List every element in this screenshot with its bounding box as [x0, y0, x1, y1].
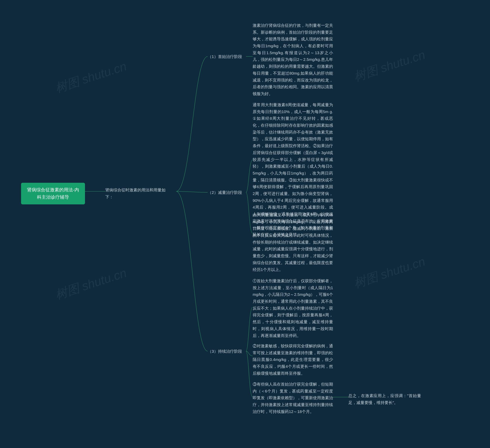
stage3-p1-node[interactable]: ①首始大剂量激素治疗后，仅获部分缓解者，按上述方法减量，至小剂量时（成人隔日为1…: [253, 277, 333, 339]
watermark: 树图 shutu.cn: [348, 242, 427, 291]
final-text: 总之，在激素应用上，应强调："首始量足，减量要慢，维持要长"。: [348, 394, 421, 405]
stage2-p2-text: 由大剂量撤减至小剂量后（成人约为每日0.5mg/kg ，小儿为每日1mg/kg）…: [253, 213, 333, 272]
stage2-node[interactable]: （2）减量治疗阶段: [208, 189, 242, 196]
root-node[interactable]: 肾病综合征激素的用法-内 科主治诊疗辅导: [21, 183, 85, 204]
stage3-p2-text: ②对激素敏感，较快获得完全缓解的病例，通常可按上述减量至激素的维持剂量，即强的松…: [253, 344, 333, 375]
stage1-node[interactable]: （1）首始治疗阶段: [208, 53, 242, 60]
stage1-label: （1）首始治疗阶段: [208, 54, 242, 59]
stage1-p1-text: 激素治疗肾病综合征的疗效，与剂量有一定关系。新诊断的病例，首始治疗阶段的剂量要足…: [253, 23, 333, 96]
level1-label: 肾病综合征时激素的用法和用量如 下：: [105, 188, 166, 199]
stage3-p3-text: ③有些病人虽在首始治疗获完全缓解，但短期内（＜6个月）复发，甚或药量减至一定程度…: [253, 382, 333, 414]
stage3-node[interactable]: （3）持续治疗阶段: [208, 348, 242, 355]
root-title-line1: 肾病综合征激素的用法-内: [27, 187, 79, 192]
root-title-line2: 科主治诊疗辅导: [37, 194, 69, 200]
final-node[interactable]: 总之，在激素应用上，应强调："首始量足，减量要慢，维持要长"。: [348, 392, 421, 406]
stage3-p1-text: ①首始大剂量激素治疗后，仅获部分缓解者，按上述方法减量，至小剂量时（成人隔日为1…: [253, 279, 333, 338]
watermark: 树图 shutu.cn: [49, 253, 128, 302]
stage1-p1-node[interactable]: 激素治疗肾病综合征的疗效，与剂量有一定关系。新诊断的病例，首始治疗阶段的剂量要足…: [253, 22, 333, 97]
connector-layer: [0, 0, 490, 448]
stage3-p2-node[interactable]: ②对激素敏感，较快获得完全缓解的病例，通常可按上述减量至激素的维持剂量，即强的松…: [253, 343, 333, 377]
stage3-p3-node[interactable]: ③有些病人虽在首始治疗获完全缓解，但短期内（＜6个月）复发，甚或药量减至一定程度…: [253, 381, 333, 415]
stage2-label: （2）减量治疗阶段: [208, 190, 242, 195]
mindmap-canvas: 树图 shutu.cn 树图 shutu.cn 树图 shutu.cn 树图 s…: [0, 0, 490, 448]
watermark: 树图 shutu.cn: [348, 35, 427, 84]
watermark: 树图 shutu.cn: [49, 47, 128, 95]
level1-node[interactable]: 肾病综合征时激素的用法和用量如 下：: [105, 187, 178, 200]
stage3-label: （3）持续治疗阶段: [208, 349, 242, 353]
stage2-p2-node[interactable]: 由大剂量撤减至小剂量后（成人约为每日0.5mg/kg ，小儿为每日1mg/kg）…: [253, 211, 333, 273]
